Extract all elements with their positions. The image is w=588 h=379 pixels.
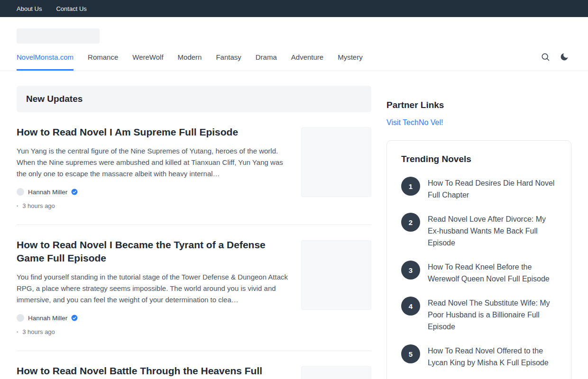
trending-link[interactable]: Read Novel The Substitute Wife: My Poor … — [428, 297, 557, 333]
article-thumbnail[interactable] — [301, 127, 371, 197]
trending-title: Trending Novels — [401, 154, 557, 164]
nav-item-home[interactable]: NovelMonsta.com — [17, 46, 74, 71]
rank-badge: 2 — [401, 213, 420, 232]
article-card: How to Read Novel I Became the Tyrant of… — [17, 225, 371, 351]
trending-item: 1 How To Read Desires Die Hard Novel Ful… — [401, 177, 557, 201]
trending-link[interactable]: How To Read Desires Die Hard Novel Full … — [428, 177, 557, 201]
bullet-separator: • — [17, 330, 18, 334]
article-title[interactable]: How to Read Novel I Became the Tyrant of… — [17, 238, 292, 265]
time-label: 3 hours ago — [22, 202, 55, 209]
nav-item-fantasy[interactable]: Fantasy — [216, 46, 241, 71]
rank-badge: 4 — [401, 297, 420, 316]
section-title: New Updates — [26, 94, 362, 104]
article-timestamp: • 3 hours ago — [17, 202, 292, 209]
article-title[interactable]: How to Read Novel I Am Supreme Full Epis… — [17, 126, 292, 139]
rank-badge: 5 — [401, 344, 420, 363]
nav-item-mystery[interactable]: Mystery — [338, 46, 363, 71]
nav-item-werewolf[interactable]: WereWolf — [132, 46, 163, 71]
article-excerpt: Yun Yang is the central figure of the Ni… — [17, 145, 292, 180]
dark-mode-toggle[interactable] — [557, 50, 571, 64]
trending-link[interactable]: How To Read Novel Offered to the Lycan K… — [428, 344, 557, 369]
partner-links-title: Partner Links — [386, 100, 571, 110]
nav-item-romance[interactable]: Romance — [88, 46, 118, 71]
trending-item: 4 Read Novel The Substitute Wife: My Poo… — [401, 297, 557, 333]
article-card: How to Read Novel Battle Through the Hea… — [17, 351, 371, 379]
main-nav: NovelMonsta.com Romance WereWolf Modern … — [17, 46, 377, 71]
trending-item: 3 How To Read Kneel Before the Werewolf … — [401, 261, 557, 285]
new-updates-header: New Updates — [17, 86, 371, 112]
article-thumbnail[interactable] — [301, 366, 371, 379]
moon-icon — [560, 52, 569, 62]
nav-item-modern[interactable]: Modern — [178, 46, 202, 71]
verified-badge-icon — [71, 189, 78, 195]
topbar: About Us Contact Us — [0, 0, 588, 17]
search-icon — [541, 52, 550, 62]
article-title[interactable]: How to Read Novel Battle Through the Hea… — [17, 364, 292, 379]
search-button[interactable] — [538, 50, 552, 64]
article-timestamp: • 3 hours ago — [17, 328, 292, 335]
sidebar: Partner Links Visit TechNo Vel! Trending… — [386, 86, 571, 379]
topbar-link-about[interactable]: About Us — [17, 5, 42, 12]
trending-link[interactable]: How To Read Kneel Before the Werewolf Qu… — [428, 261, 557, 285]
partner-link[interactable]: Visit TechNo Vel! — [386, 118, 443, 127]
site-header: NovelMonsta.com Romance WereWolf Modern … — [0, 28, 588, 71]
author-avatar — [17, 188, 24, 196]
nav-item-adventure[interactable]: Adventure — [291, 46, 323, 71]
trending-item: 5 How To Read Novel Offered to the Lycan… — [401, 344, 557, 369]
time-label: 3 hours ago — [22, 328, 55, 335]
nav-item-drama[interactable]: Drama — [256, 46, 277, 71]
rank-badge: 1 — [401, 177, 420, 196]
article-list: New Updates How to Read Novel I Am Supre… — [17, 86, 371, 379]
header-actions — [538, 50, 571, 71]
author-name[interactable]: Hannah Miller — [28, 315, 67, 322]
article-card: How to Read Novel I Am Supreme Full Epis… — [17, 112, 371, 225]
verified-badge-icon — [71, 315, 78, 321]
rank-badge: 3 — [401, 261, 420, 280]
site-logo-placeholder[interactable] — [17, 28, 100, 44]
article-excerpt: You find yourself standing in the tutori… — [17, 271, 292, 306]
topbar-link-contact[interactable]: Contact Us — [56, 5, 86, 12]
trending-novels-card: Trending Novels 1 How To Read Desires Di… — [386, 140, 571, 379]
article-thumbnail[interactable] — [301, 240, 371, 310]
author-avatar — [17, 314, 24, 322]
author-name[interactable]: Hannah Miller — [28, 189, 67, 196]
bullet-separator: • — [17, 204, 18, 208]
trending-item: 2 Read Novel Love After Divorce: My Ex-h… — [401, 213, 557, 249]
trending-link[interactable]: Read Novel Love After Divorce: My Ex-hus… — [428, 213, 557, 249]
